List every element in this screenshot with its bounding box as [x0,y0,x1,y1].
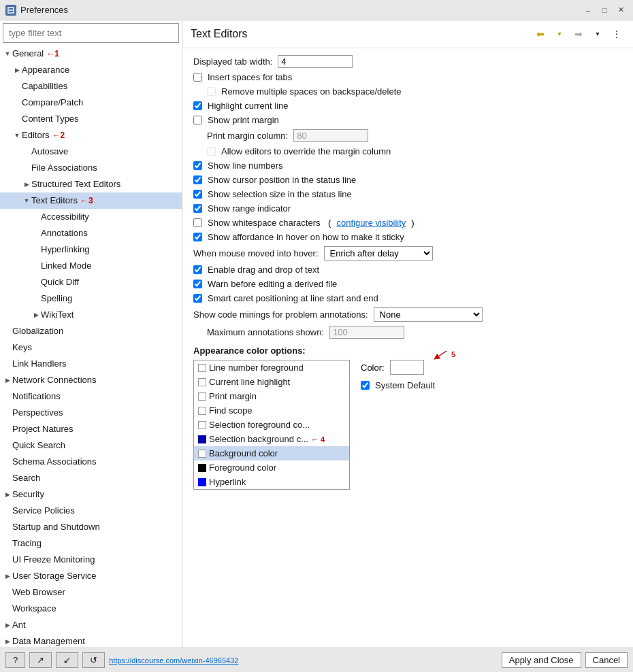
allow-editor-override-checkbox[interactable] [207,147,216,156]
tree-label-structured-text-editors: Structured Text Editors [31,178,120,191]
expander-network-connections[interactable]: ▶ [3,375,12,385]
highlight-current-line-checkbox[interactable] [193,101,202,110]
tree-item-hyperlinking[interactable]: Hyperlinking [0,241,182,258]
tree-item-search[interactable]: Search [0,470,182,486]
export-button[interactable]: ↗ [29,652,52,668]
forward-button[interactable]: ➡ [570,26,587,42]
tree-item-content-types[interactable]: Content Types [0,111,182,127]
tree-item-annotations[interactable]: Annotations [0,225,182,241]
forward-dropdown-button[interactable]: ▼ [589,26,606,42]
tree-item-project-natures[interactable]: Project Natures [0,421,182,437]
tree-item-autosave[interactable]: Autosave [0,144,182,160]
color-list-item-selection-bg-c[interactable]: Selection background c...← 4 [194,432,349,446]
expander-security[interactable]: ▶ [3,490,12,499]
expander-text-editors[interactable]: ▼ [22,196,31,205]
import-button[interactable]: ↙ [56,652,78,668]
expander-wikitext[interactable]: ▶ [31,310,41,320]
tree-item-ui-freeze-monitoring[interactable]: UI Freeze Monitoring [0,552,182,568]
tree-label-keys: Keys [12,341,32,354]
expander-appearance[interactable]: ▶ [12,65,22,75]
help-button[interactable]: ? [5,652,25,668]
expander-general[interactable]: ▼ [3,49,12,58]
tree-item-accessibility[interactable]: Accessibility [0,209,182,225]
close-button[interactable]: ✕ [614,3,628,17]
tree-label-notifications: Notifications [12,390,61,403]
tree-item-general[interactable]: ▼General←1 [0,46,182,62]
displayed-tab-width-input[interactable] [278,55,353,68]
tree-item-schema-associations[interactable]: Schema Associations [0,454,182,470]
tree-item-text-editors[interactable]: ▼Text Editors←3 [0,192,182,209]
expander-editors[interactable]: ▼ [12,131,22,140]
restore-button[interactable]: ↺ [82,652,105,668]
expander-ant[interactable]: ▶ [3,620,12,630]
color-list-item-hyperlink[interactable]: Hyperlink [194,475,349,489]
tree-item-network-connections[interactable]: ▶Network Connections [0,372,182,388]
tree-item-globalization[interactable]: Globalization [0,323,182,339]
tree-item-spelling[interactable]: Spelling [0,290,182,307]
tree-item-user-storage-service[interactable]: ▶User Storage Service [0,568,182,584]
tree-item-compare-patch[interactable]: Compare/Patch [0,95,182,111]
color-list-item-print-margin[interactable]: Print margin [194,389,349,403]
tree-item-appearance[interactable]: ▶Appearance [0,62,182,78]
menu-button[interactable]: ⋮ [608,26,625,42]
print-margin-column-input[interactable] [293,129,368,142]
configure-visibility-link[interactable]: configure visibility [336,218,406,228]
remove-multiple-spaces-checkbox[interactable] [207,87,216,96]
mouse-hover-select[interactable]: Enrich after delay Never Always [324,246,433,261]
show-line-numbers-checkbox[interactable] [193,161,202,170]
color-list-item-selection-fg-co[interactable]: Selection foreground co... [194,418,349,432]
color-list-item-find-scope[interactable]: Find scope [194,403,349,418]
tree-item-wikitext[interactable]: ▶WikiText [0,307,182,323]
tree-item-link-handlers[interactable]: Link Handlers [0,356,182,372]
status-link[interactable]: https://discourse.com/weixin-46965432 [109,656,238,665]
print-margin-column-row: Print margin column: [207,129,622,142]
expander-data-management[interactable]: ▶ [3,637,12,646]
show-affordance-checkbox[interactable] [193,233,202,241]
expander-user-storage-service[interactable]: ▶ [3,571,12,581]
warn-before-editing-checkbox[interactable] [193,280,202,288]
tree-item-service-policies[interactable]: Service Policies [0,503,182,519]
back-button[interactable]: ⬅ [532,26,549,42]
expander-structured-text-editors[interactable]: ▶ [22,180,31,189]
tree-item-structured-text-editors[interactable]: ▶Structured Text Editors [0,176,182,192]
smart-caret-checkbox[interactable] [193,294,202,303]
tree-item-perspectives[interactable]: Perspectives [0,405,182,421]
color-list-item-line-number-fg[interactable]: Line number foreground [194,360,349,375]
tree-item-web-browser[interactable]: Web Browser [0,584,182,601]
tree-item-ant[interactable]: ▶Ant [0,617,182,633]
max-annotations-input[interactable] [329,326,404,339]
back-dropdown-button[interactable]: ▼ [551,26,568,42]
color-swatch-display[interactable] [390,360,424,375]
insert-spaces-checkbox[interactable] [193,73,202,82]
maximize-button[interactable]: □ [598,3,611,17]
cancel-button[interactable]: Cancel [585,652,628,668]
tree-item-startup-shutdown[interactable]: Startup and Shutdown [0,519,182,535]
tree-item-file-associations[interactable]: File Associations [0,160,182,176]
annotation-text-editors: ←3 [80,194,93,207]
tree-item-security[interactable]: ▶Security [0,486,182,503]
tree-item-quick-search[interactable]: Quick Search [0,437,182,454]
show-selection-size-checkbox[interactable] [193,190,202,199]
tree-item-keys[interactable]: Keys [0,339,182,356]
color-list-item-foreground-color[interactable]: Foreground color [194,460,349,475]
show-code-minings-select[interactable]: None All Errors only [374,307,483,322]
tree-item-capabilities[interactable]: Capabilities [0,78,182,95]
search-input[interactable] [3,23,179,43]
show-print-margin-checkbox[interactable] [193,116,202,124]
show-cursor-position-checkbox[interactable] [193,175,202,184]
enable-drag-drop-checkbox[interactable] [193,265,202,274]
tree-item-linked-mode[interactable]: Linked Mode [0,258,182,274]
minimize-button[interactable]: – [581,3,595,17]
tree-item-notifications[interactable]: Notifications [0,388,182,405]
color-list-item-current-line-highlight[interactable]: Current line highlight [194,375,349,389]
tree-item-tracing[interactable]: Tracing [0,535,182,552]
tree-item-quick-diff[interactable]: Quick Diff [0,274,182,290]
show-whitespace-checkbox[interactable] [193,218,202,227]
system-default-checkbox[interactable] [361,381,370,390]
apply-and-close-button[interactable]: Apply and Close [502,652,581,668]
color-list-item-background-color[interactable]: Background color [194,446,349,460]
tree-item-editors[interactable]: ▼Editors←2 [0,127,182,144]
tree-item-workspace[interactable]: Workspace [0,601,182,617]
show-range-indicator-checkbox[interactable] [193,204,202,213]
tree-item-data-management[interactable]: ▶Data Management [0,633,182,648]
